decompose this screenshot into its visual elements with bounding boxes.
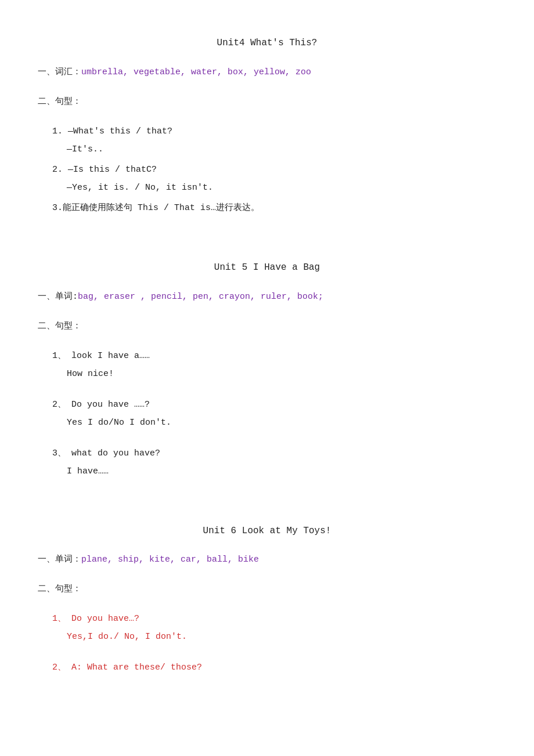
unit4-sentence-2-a: —Yes, it is. / No, it isn't. <box>67 180 496 196</box>
unit6-s2-q: A: What are these/ those? <box>71 663 202 672</box>
unit5-s1-num: 1、 <box>52 351 66 361</box>
unit4-s2-q: —Is this / thatC? <box>68 165 157 175</box>
unit4-s3-num: 3. <box>52 203 63 213</box>
unit5-vocab-words: bag, eraser , pencil, pen, crayon, ruler… <box>78 292 323 302</box>
unit5-sentence-label: 二、句型： <box>38 319 496 334</box>
unit6-s1-num: 1、 <box>52 614 66 624</box>
unit6-vocab-label: 一、单词： <box>38 555 81 565</box>
unit6-title: Unit 6 Look at My Toys! <box>38 523 496 540</box>
unit4-sentence-2: 2. —Is this / thatC? <box>52 162 496 178</box>
unit5-sentence-3: 3、 what do you have? <box>52 446 496 461</box>
unit6-vocab-words: plane, ship, kite, car, ball, bike <box>81 555 259 565</box>
unit6-vocab-section: 一、单词：plane, ship, kite, car, ball, bike <box>38 552 496 567</box>
unit4-s1-num: 1. <box>52 126 63 136</box>
unit5-s2-q: Do you have ……? <box>71 400 150 410</box>
unit5-vocab-section: 一、单词:bag, eraser , pencil, pen, crayon, … <box>38 289 496 305</box>
unit4-vocab-label: 一、词汇： <box>38 67 81 77</box>
unit4-vocab-section: 一、词汇：umbrella, vegetable, water, box, ye… <box>38 64 496 80</box>
spacer <box>38 649 496 660</box>
unit5-sentence-3-a: I have…… <box>67 464 496 479</box>
unit5-block: Unit 5 I Have a Bag 一、单词:bag, eraser , p… <box>38 259 496 479</box>
unit4-sentence-label: 二、句型： <box>38 94 496 110</box>
unit5-s3-q: what do you have? <box>71 448 160 458</box>
unit4-sentence-1: 1. —What's this / that? <box>52 124 496 139</box>
unit5-s1-q: look I have a…… <box>71 351 150 361</box>
unit4-s2-num: 2. <box>52 165 63 175</box>
unit6-sentence-1: 1、 Do you have…? <box>52 611 496 627</box>
spacer <box>38 308 496 319</box>
unit5-sentence-1: 1、 look I have a…… <box>52 348 496 364</box>
unit6-sentence-1-a: Yes,I do./ No, I don't. <box>67 629 496 645</box>
unit5-sentence-2-a: Yes I do/No I don't. <box>67 415 496 431</box>
unit5-s3-num: 3、 <box>52 448 66 458</box>
unit6-block: Unit 6 Look at My Toys! 一、单词：plane, ship… <box>38 523 496 676</box>
unit4-sentence-3: 3.能正确使用陈述句 This / That is…进行表达。 <box>52 200 496 216</box>
spacer <box>38 435 496 446</box>
unit4-vocab-words: umbrella, vegetable, water, box, yellow,… <box>81 67 311 77</box>
unit5-sentence-1-a: How nice! <box>67 366 496 382</box>
unit4-block: Unit4 What's This? 一、词汇：umbrella, vegeta… <box>38 35 496 216</box>
unit4-s1-q: —What's this / that? <box>68 126 172 136</box>
spacer <box>38 386 496 397</box>
unit4-title: Unit4 What's This? <box>38 35 496 52</box>
unit4-s3-text: 能正确使用陈述句 This / That is…进行表达。 <box>63 203 259 213</box>
spacer <box>38 84 496 94</box>
unit6-sentence-label: 二、句型： <box>38 581 496 597</box>
unit5-vocab-label: 一、单词: <box>38 292 78 302</box>
big-spacer <box>38 239 496 259</box>
unit6-sentence-2: 2、 A: What are these/ those? <box>52 660 496 675</box>
spacer <box>38 601 496 611</box>
unit5-s2-num: 2、 <box>52 400 66 410</box>
spacer <box>38 338 496 348</box>
unit6-s2-num: 2、 <box>52 663 66 672</box>
unit6-s1-q: Do you have…? <box>71 614 139 624</box>
spacer <box>38 113 496 124</box>
big-spacer2 <box>38 502 496 523</box>
unit5-title: Unit 5 I Have a Bag <box>38 259 496 276</box>
spacer <box>38 571 496 581</box>
unit5-sentence-2: 2、 Do you have ……? <box>52 397 496 413</box>
unit4-sentence-1-a: —It's.. <box>67 142 496 157</box>
